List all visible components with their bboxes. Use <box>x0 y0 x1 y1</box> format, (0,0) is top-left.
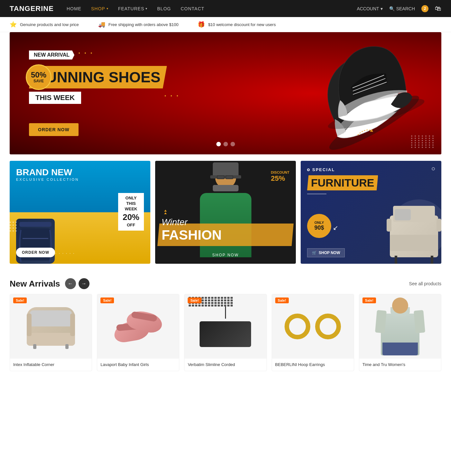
dots-decoration <box>10 222 17 232</box>
winter-shop-now[interactable]: SHOP NOW <box>212 253 239 257</box>
product-info-slippers: Lavaport Baby Infant Girls <box>97 359 179 371</box>
products-next-button[interactable]: → <box>79 278 89 289</box>
key <box>224 302 226 304</box>
hero-shoe-image <box>293 35 428 151</box>
chair-pillow <box>395 209 411 220</box>
hero-dot-1[interactable] <box>216 142 221 146</box>
dot-deco-top <box>432 167 435 170</box>
account-menu[interactable]: ACCOUNT ▾ <box>357 6 382 11</box>
chair-arm-left <box>387 219 391 232</box>
product-name-sweater: Time and Tru Women's <box>362 362 438 368</box>
key <box>218 297 220 299</box>
promo-card-winter-fashion: DISCOUNT 25% Winter FASHION SHOP NOW <box>155 161 296 264</box>
furniture-shop-button[interactable]: 🛒 SHOP NOW <box>307 248 345 257</box>
person-hat <box>213 162 239 177</box>
product-name-sofa: Intex Inflatable Corner <box>13 362 89 368</box>
brand-logo[interactable]: TANGERINE <box>10 5 54 13</box>
nav-features[interactable]: FEATURES ▾ <box>118 6 148 11</box>
promo-card-1-title: BRAND NEW <box>16 167 144 178</box>
nav-shop[interactable]: SHOP ▾ <box>91 6 108 11</box>
badge-off: OFF <box>123 223 139 228</box>
slippers-visual <box>114 309 162 344</box>
grid-dot <box>432 135 434 137</box>
product-info-sofa: Intex Inflatable Corner <box>10 359 92 371</box>
grid-dot <box>418 144 419 146</box>
product-info-earrings: BEBERLINI Hoop Earrings <box>272 359 354 371</box>
sofa-back <box>30 310 72 326</box>
grid-dot <box>422 138 423 139</box>
products-prev-button[interactable]: ← <box>65 278 76 289</box>
key <box>218 302 220 304</box>
grid-dot <box>418 138 419 139</box>
key <box>211 305 213 307</box>
key <box>214 297 217 299</box>
grid-dot <box>429 142 430 143</box>
keyboard-visual <box>200 306 251 347</box>
winter-word: Winter <box>162 217 222 227</box>
grid-dot <box>432 138 434 139</box>
section-title-row: New Arrivals ← → <box>10 278 89 289</box>
grid-dot <box>432 142 434 143</box>
product-name-keyboard: Verbatim Slimline Corded <box>188 362 263 368</box>
key <box>205 302 207 304</box>
grid-dot <box>411 144 412 146</box>
grid-dot <box>418 140 419 141</box>
grid-dot <box>411 138 412 139</box>
jeans <box>382 343 418 355</box>
navbar: TANGERINE HOME SHOP ▾ FEATURES ▾ BLOG CO… <box>0 0 451 17</box>
hero-content: NEW ARRIVAL • • • RUNNING SHOES THIS WEE… <box>10 38 186 149</box>
hero-banner: NEW ARRIVAL • • • RUNNING SHOES THIS WEE… <box>10 32 441 154</box>
grid-dot <box>418 147 419 148</box>
section-title: New Arrivals <box>10 279 60 289</box>
product-img-keyboard: Sale! <box>184 294 266 359</box>
product-img-earrings: Sale! <box>272 294 354 359</box>
key <box>192 305 194 307</box>
key <box>221 299 223 301</box>
hero-cta-button[interactable]: ORDER NOW <box>29 123 79 136</box>
nav-blog[interactable]: BLOG <box>157 6 171 11</box>
grid-dot <box>415 144 416 146</box>
nav-contact[interactable]: CONTACT <box>181 6 204 11</box>
hero-dot-2[interactable] <box>223 142 228 146</box>
grid-dot <box>415 140 416 141</box>
grid-dot <box>425 135 427 137</box>
cart-icon[interactable]: 🛍 <box>435 5 441 12</box>
search-button[interactable]: 🔍 SEARCH <box>389 6 415 11</box>
hero-dot-3[interactable] <box>230 142 235 146</box>
hero-subtitle: THIS WEEK <box>29 92 81 104</box>
furniture-cta-label: SHOP NOW <box>319 251 340 255</box>
sofa-leg-2 <box>65 344 69 349</box>
section-nav-buttons: ← → <box>65 278 89 289</box>
furniture-title-big: FURNITURE <box>307 175 378 190</box>
key <box>214 302 217 304</box>
grid-dot <box>415 135 416 137</box>
grid-dot <box>415 147 416 148</box>
fashion-text: Winter FASHION <box>162 217 222 243</box>
grid-dot <box>432 147 434 148</box>
key <box>221 297 223 299</box>
earrings-visual <box>285 314 341 339</box>
sale-badge-earrings: Sale! <box>275 298 289 303</box>
key <box>208 302 210 304</box>
hero-subtitle-wrapper: THIS WEEK • • • <box>29 92 167 114</box>
sale-badge-sweater: Sale! <box>362 298 376 303</box>
grid-dot <box>429 135 430 137</box>
earring-left <box>285 314 310 339</box>
truck-icon: 🚚 <box>98 21 105 28</box>
key <box>218 305 220 307</box>
key <box>227 302 230 304</box>
promo-cards: BRAND NEW EXCLUSIVE COLLECTION <box>10 161 441 264</box>
promo-card-1-sub: EXCLUSIVE COLLECTION <box>16 178 144 181</box>
key <box>221 305 223 307</box>
cart-badge[interactable]: 2 <box>421 5 428 12</box>
grid-dot <box>429 138 430 139</box>
shop-chevron-icon: ▾ <box>107 7 108 10</box>
nav-home[interactable]: HOME <box>67 6 81 11</box>
key <box>205 297 207 299</box>
sweater-sleeve-left <box>375 310 387 333</box>
info-bar: ⭐ Genuine products and low price 🚚 Free … <box>0 17 451 32</box>
product-img-sweater: Sale! <box>359 294 441 359</box>
see-all-link[interactable]: See all products <box>409 281 441 286</box>
promo-card-1-content: BRAND NEW EXCLUSIVE COLLECTION <box>10 161 150 264</box>
glasses-right <box>225 175 233 179</box>
